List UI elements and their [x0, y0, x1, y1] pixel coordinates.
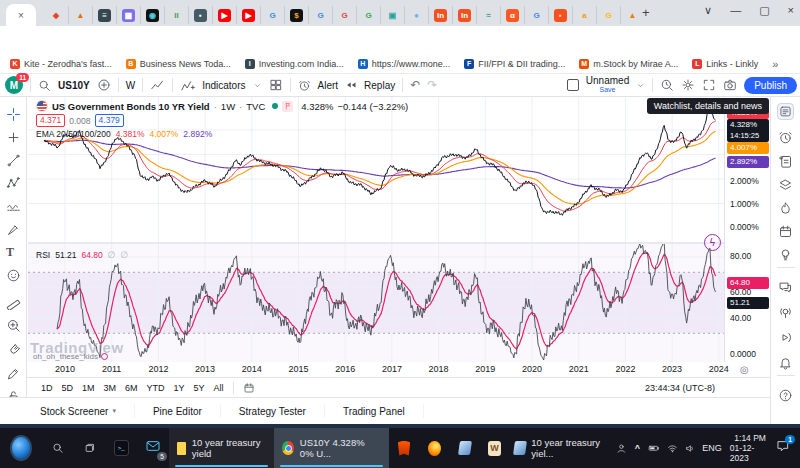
- undo-icon[interactable]: ↶: [410, 78, 420, 92]
- tab-search-icon[interactable]: ∨: [704, 4, 712, 17]
- browser-tab-11[interactable]: G: [308, 6, 332, 24]
- taskbar-chrome-window[interactable]: US10Y 4.328% 0% U...: [274, 428, 388, 468]
- alert-button[interactable]: Alert: [318, 80, 339, 91]
- bulb-icon[interactable]: [777, 246, 794, 263]
- range-YTD[interactable]: YTD: [147, 383, 165, 393]
- taskbar-note-window[interactable]: 10 year treasury yield: [169, 428, 275, 468]
- replay-button[interactable]: Replay: [364, 80, 395, 91]
- browser-tab-10[interactable]: $: [284, 6, 308, 24]
- text-tool-icon[interactable]: T: [6, 245, 21, 260]
- brush-icon[interactable]: [6, 222, 21, 237]
- browser-tab-12[interactable]: G: [332, 6, 356, 24]
- close-window-icon[interactable]: ×: [788, 4, 794, 17]
- ema-legend[interactable]: EMA 20/50/100/200 4.381% 4.007% 2.892%: [36, 129, 212, 139]
- symbol-title[interactable]: US Government Bonds 10 YR Yield: [52, 101, 210, 112]
- interval-button[interactable]: W: [126, 80, 135, 91]
- browser-tab-22[interactable]: a: [572, 6, 596, 24]
- range-5Y[interactable]: 5Y: [194, 383, 205, 393]
- bookmark-item-1[interactable]: BBusiness News Toda...: [126, 59, 231, 69]
- battery-icon[interactable]: [648, 441, 660, 455]
- start-button[interactable]: [10, 435, 32, 461]
- browser-tab-17[interactable]: In: [452, 6, 476, 24]
- panel-tab-stock-screener[interactable]: Stock Screener▾: [40, 404, 135, 418]
- browser-tab-19[interactable]: α: [500, 6, 524, 24]
- range-3M[interactable]: 3M: [104, 383, 117, 393]
- editlock-icon[interactable]: [6, 366, 21, 381]
- alert-icon[interactable]: [298, 79, 311, 92]
- replay-icon[interactable]: [345, 79, 357, 91]
- live-icon[interactable]: [777, 304, 794, 321]
- browser-tab-15[interactable]: ●: [404, 6, 428, 24]
- flame-icon[interactable]: [777, 200, 794, 217]
- panel-tab-pine-editor[interactable]: Pine Editor: [135, 404, 221, 418]
- tray-chevron-up-icon[interactable]: ^: [635, 443, 640, 453]
- settings-gear-icon[interactable]: [681, 78, 695, 92]
- ruler-icon[interactable]: [6, 295, 21, 310]
- time-axis[interactable]: ◎ 20102011201220132014201520162017201820…: [28, 362, 770, 377]
- brave-icon[interactable]: [398, 441, 410, 456]
- firefox-icon[interactable]: [428, 441, 440, 456]
- panel-tab-strategy-tester[interactable]: Strategy Tester: [221, 404, 325, 418]
- chat-icon[interactable]: [777, 279, 794, 296]
- go-to-realtime-icon[interactable]: ◎: [740, 364, 749, 375]
- noteplus-icon[interactable]: [777, 153, 794, 170]
- browser-tab-6[interactable]: ▪: [188, 6, 212, 24]
- range-5D[interactable]: 5D: [62, 383, 74, 393]
- browser-tab-5[interactable]: ll: [164, 6, 188, 24]
- publish-button[interactable]: Publish: [744, 77, 797, 94]
- layout-select-icon[interactable]: [567, 79, 579, 91]
- streamplay-icon[interactable]: [777, 329, 794, 346]
- symbol-search[interactable]: US10Y: [58, 80, 90, 91]
- bookmark-item-3[interactable]: Hhttps://www.mone...: [358, 59, 451, 69]
- wifi-icon[interactable]: [667, 442, 678, 455]
- price-scale[interactable]: 4.381%4.328%14:15:254.007%2.892%2.000%1.…: [724, 97, 770, 362]
- taskbar-search-icon[interactable]: [52, 441, 64, 455]
- watchlist-icon[interactable]: [777, 103, 794, 120]
- browser-tab-20[interactable]: G: [524, 6, 548, 24]
- indicators-button[interactable]: Indicators: [202, 80, 245, 91]
- layers-icon[interactable]: [777, 177, 794, 194]
- close-icon[interactable]: ×: [18, 10, 24, 21]
- browser-tab-0[interactable]: ◆: [44, 6, 68, 24]
- browser-tab-16[interactable]: In: [428, 6, 452, 24]
- browser-tab-8[interactable]: ▶: [236, 6, 260, 24]
- symbol-legend[interactable]: US Government Bonds 10 YR Yield ·1W ·TVC…: [36, 100, 408, 112]
- browser-tab-13[interactable]: G: [356, 6, 380, 24]
- bookmark-item-4[interactable]: FFII/FPI & DII trading...: [464, 59, 565, 69]
- smiley-icon[interactable]: [6, 268, 21, 283]
- maximize-icon[interactable]: ▢: [759, 4, 769, 17]
- active-tab[interactable]: ×: [6, 4, 36, 26]
- language-indicator[interactable]: ENG: [702, 443, 722, 453]
- action-center-icon[interactable]: 1: [776, 439, 790, 457]
- fullscreen-icon[interactable]: [702, 78, 716, 92]
- browser-tab-23[interactable]: G: [596, 6, 620, 24]
- range-1M[interactable]: 1M: [82, 383, 95, 393]
- browser-tab-4[interactable]: ◉: [140, 6, 164, 24]
- calendar-icon[interactable]: [777, 223, 794, 240]
- flag-symbol-icon[interactable]: [282, 101, 293, 112]
- plus-icon[interactable]: [6, 130, 21, 145]
- browser-tab-14[interactable]: ▣: [380, 6, 404, 24]
- add-symbol-icon[interactable]: [97, 78, 111, 92]
- bookmark-item-2[interactable]: IInvesting.com India...: [245, 59, 344, 69]
- save-button[interactable]: Save: [600, 85, 616, 94]
- magnet-icon[interactable]: [6, 343, 21, 358]
- panel-tab-trading-panel[interactable]: Trading Panel: [325, 404, 424, 418]
- browser-tab-21[interactable]: ▪: [548, 6, 572, 24]
- rsi-legend[interactable]: RSI 51.21 64.80 ∅ ∅: [36, 250, 128, 260]
- range-1D[interactable]: 1D: [41, 383, 53, 393]
- bookmark-item-0[interactable]: KKite - Zerodha's fast...: [10, 59, 112, 69]
- xabcd-icon[interactable]: [6, 176, 21, 191]
- browser-tab-2[interactable]: ≡: [92, 6, 116, 24]
- snapshot-camera-icon[interactable]: [723, 78, 737, 92]
- bookmark-item-5[interactable]: Mm.Stock by Mirae A...: [579, 59, 678, 69]
- help-icon[interactable]: [777, 387, 794, 404]
- go-to-date-icon[interactable]: [243, 382, 255, 394]
- browser-tab-1[interactable]: ▲: [68, 6, 92, 24]
- symbol-search-icon[interactable]: [38, 79, 51, 92]
- taskbar-app-window[interactable]: 10 year treasury yiel...: [510, 428, 616, 468]
- layout-name[interactable]: Unnamed: [586, 76, 629, 85]
- clock-timezone[interactable]: 23:44:34 (UTC-8): [645, 383, 715, 393]
- browser-tab-9[interactable]: G: [260, 6, 284, 24]
- mail-icon[interactable]: 5: [145, 438, 161, 458]
